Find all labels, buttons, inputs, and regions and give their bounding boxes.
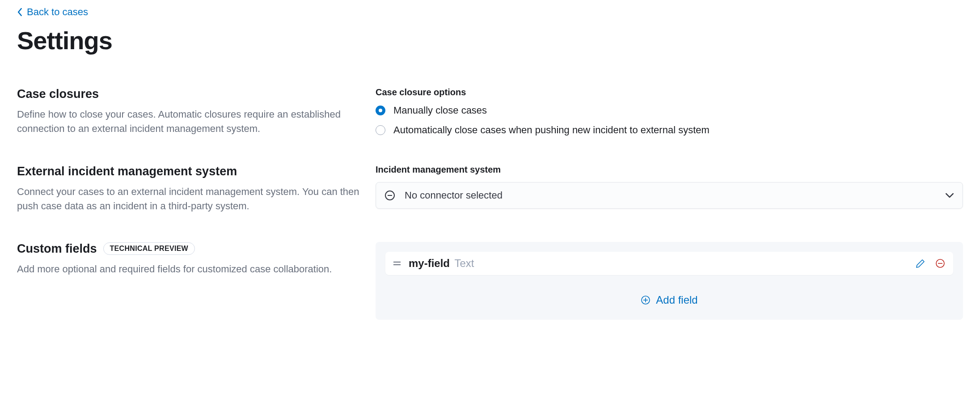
incident-system-label: Incident management system (376, 165, 963, 175)
plus-circle-icon (641, 295, 651, 305)
radio-manual-close[interactable]: Manually close cases (376, 105, 963, 116)
custom-field-name: my-field (409, 257, 450, 269)
external-desc: Connect your cases to an external incide… (17, 185, 362, 213)
custom-fields-heading-text: Custom fields (17, 242, 97, 256)
connector-select-value: No connector selected (405, 190, 503, 201)
add-field-label: Add field (656, 294, 697, 306)
radio-auto-close[interactable]: Automatically close cases when pushing n… (376, 124, 963, 136)
custom-field-type: Text (454, 257, 474, 269)
custom-fields-panel: my-field Text (376, 242, 963, 320)
back-link-label: Back to cases (27, 6, 88, 18)
delete-field-button[interactable] (935, 258, 945, 268)
drag-handle-icon[interactable] (393, 262, 401, 265)
pencil-icon (916, 258, 925, 268)
custom-fields-heading: Custom fields TECHNICAL PREVIEW (17, 242, 362, 256)
section-external-incident: External incident management system Conn… (17, 165, 963, 213)
back-to-cases-link[interactable]: Back to cases (17, 0, 88, 18)
add-field-button[interactable]: Add field (385, 288, 953, 310)
external-heading: External incident management system (17, 165, 362, 178)
radio-manual-label: Manually close cases (393, 105, 487, 116)
case-closures-desc: Define how to close your cases. Automati… (17, 107, 362, 136)
radio-unchecked-icon (376, 125, 385, 135)
minus-circle-icon (385, 191, 395, 200)
minus-circle-icon (935, 258, 945, 268)
case-closures-heading: Case closures (17, 87, 362, 101)
chevron-left-icon (17, 8, 23, 16)
technical-preview-badge: TECHNICAL PREVIEW (103, 242, 195, 255)
section-case-closures: Case closures Define how to close your c… (17, 87, 963, 136)
section-custom-fields: Custom fields TECHNICAL PREVIEW Add more… (17, 242, 963, 320)
custom-fields-desc: Add more optional and required fields fo… (17, 262, 362, 276)
page-title: Settings (17, 26, 963, 55)
edit-field-button[interactable] (916, 258, 925, 268)
radio-checked-icon (376, 106, 385, 115)
closure-options-radio-group: Manually close cases Automatically close… (376, 105, 963, 136)
chevron-down-icon (946, 191, 954, 199)
connector-select[interactable]: No connector selected (376, 182, 963, 209)
radio-auto-label: Automatically close cases when pushing n… (393, 124, 710, 136)
custom-field-row: my-field Text (385, 252, 953, 275)
closure-options-label: Case closure options (376, 87, 963, 97)
